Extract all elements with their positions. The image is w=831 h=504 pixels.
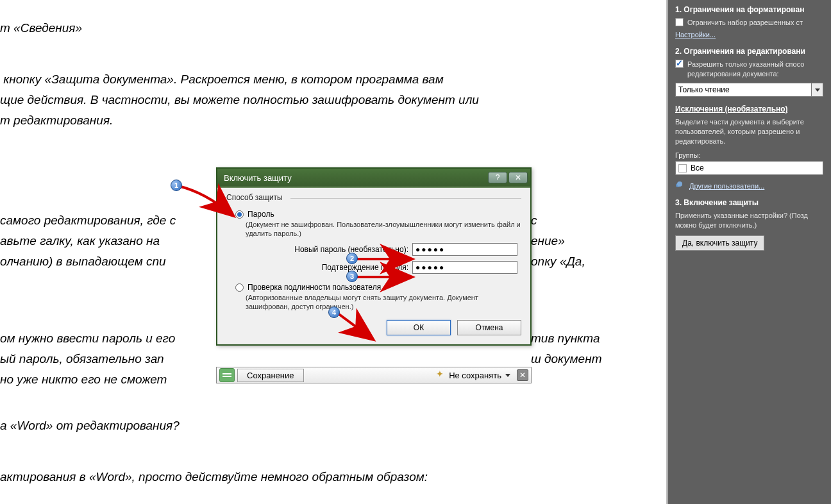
dialog-title: Включить защиту	[224, 173, 487, 183]
dialog-titlebar[interactable]: Включить защиту ? ✕	[217, 169, 530, 187]
edit-mode-value: Только чтение	[675, 83, 812, 97]
doc-line: самого редактирования, где с	[0, 210, 176, 231]
sparkle-icon	[436, 370, 446, 380]
group-all-label: Все	[691, 164, 704, 172]
edit-mode-select[interactable]: Только чтение	[675, 83, 823, 97]
doc-line: тив пункта	[531, 328, 600, 349]
users-icon	[675, 181, 685, 190]
dialog-close-button[interactable]: ✕	[508, 172, 528, 183]
doc-line: но уже никто его не сможет	[0, 369, 167, 390]
pane-section2-heading: 2. Ограничения на редактировани	[675, 47, 823, 56]
group-all-checkbox[interactable]	[678, 164, 687, 172]
doc-line: щие действия. В частности, вы можете пол…	[0, 90, 479, 110]
save-status-icon	[219, 368, 235, 382]
save-button[interactable]: Сохранение	[237, 369, 304, 382]
radio-user-auth-label: Проверка подлинности пользователя	[248, 283, 381, 292]
new-password-label: Новый пароль (необязательно):	[226, 245, 408, 254]
doc-line: олчанию) в выпадающем спи	[0, 251, 166, 272]
dialog-help-button[interactable]: ?	[488, 172, 507, 183]
edit-restrict-checkbox[interactable]	[675, 60, 684, 68]
more-users-link[interactable]: Другие пользователи...	[675, 181, 823, 190]
doc-line: а «Word» от редактирования?	[0, 416, 180, 436]
help-icon: ?	[496, 173, 500, 182]
chevron-down-icon	[815, 88, 820, 92]
save-status-bar: Сохранение Не сохранять ✕	[216, 367, 532, 383]
radio-user-auth[interactable]	[235, 283, 244, 292]
format-restrict-checkbox[interactable]	[675, 18, 684, 26]
radio-password[interactable]	[235, 210, 244, 219]
doc-line: актирования в «Word», просто действуйте …	[0, 467, 428, 487]
doc-line: ение»	[531, 231, 565, 251]
dont-save-dropdown[interactable]: Не сохранять	[436, 370, 514, 380]
close-icon: ✕	[519, 371, 526, 380]
groups-list[interactable]: Все	[675, 161, 823, 175]
doc-line: авьте галку, как указано на	[0, 231, 160, 251]
enable-protection-button[interactable]: Да, включить защиту	[675, 235, 764, 251]
edit-restrict-label: Разрешить только указанный спосо редакти…	[687, 60, 823, 79]
pane-section1-heading: 1. Ограничения на форматирован	[675, 5, 823, 14]
doc-line: т «Сведения»	[0, 18, 82, 38]
callout-badge-1: 1	[171, 180, 182, 191]
radio-password-desc: (Документ не зашифрован. Пользователи-зл…	[246, 220, 521, 238]
radio-user-auth-desc: (Авторизованные владельцы могут снять за…	[246, 293, 521, 311]
new-password-input[interactable]	[412, 243, 517, 256]
format-settings-link[interactable]: Настройки...	[675, 31, 716, 38]
callout-badge-4: 4	[328, 307, 340, 318]
confirm-password-label: Подтверждение пароля:	[226, 263, 408, 272]
protection-method-legend: Способ защиты	[226, 193, 283, 202]
close-icon: ✕	[515, 173, 521, 182]
cancel-button[interactable]: Отмена	[457, 320, 521, 335]
radio-password-label: Пароль	[248, 210, 274, 219]
doc-line: кнопку «Защита документа». Раскроется ме…	[0, 69, 444, 90]
doc-line: с	[531, 210, 537, 231]
groups-label: Группы:	[675, 151, 823, 159]
edit-mode-dropdown-button[interactable]	[812, 83, 823, 97]
format-restrict-label: Ограничить набор разрешенных ст	[687, 18, 803, 28]
section3-desc: Применить указанные настройки? (Позд мож…	[675, 211, 823, 230]
doc-line: т редактирования.	[0, 110, 113, 131]
restrict-editing-pane: 1. Ограничения на форматирован Ограничит…	[667, 0, 831, 504]
doc-line: ом нужно ввести пароль и его	[0, 328, 175, 349]
callout-badge-2: 2	[346, 253, 358, 264]
chevron-down-icon	[505, 374, 510, 377]
doc-line: ый пароль, обязательно зап	[0, 349, 164, 369]
exceptions-heading: Исключения (необязательно)	[675, 105, 823, 113]
fieldset-divider	[290, 198, 521, 199]
enable-protection-dialog: Включить защиту ? ✕ Способ защиты Пароль…	[216, 167, 532, 346]
confirm-password-input[interactable]	[412, 261, 517, 274]
dont-save-label: Не сохранять	[449, 371, 501, 380]
pane-section3-heading: 3. Включение защиты	[675, 198, 823, 207]
exceptions-desc: Выделите части документа и выберите поль…	[675, 117, 823, 146]
doc-line: ш документ	[531, 349, 601, 369]
callout-badge-3: 3	[346, 271, 358, 282]
statusbar-close-button[interactable]: ✕	[517, 369, 528, 381]
ok-button[interactable]: ОК	[387, 320, 451, 335]
more-users-label: Другие пользователи...	[689, 182, 764, 190]
doc-line: опку «Да,	[531, 251, 585, 272]
